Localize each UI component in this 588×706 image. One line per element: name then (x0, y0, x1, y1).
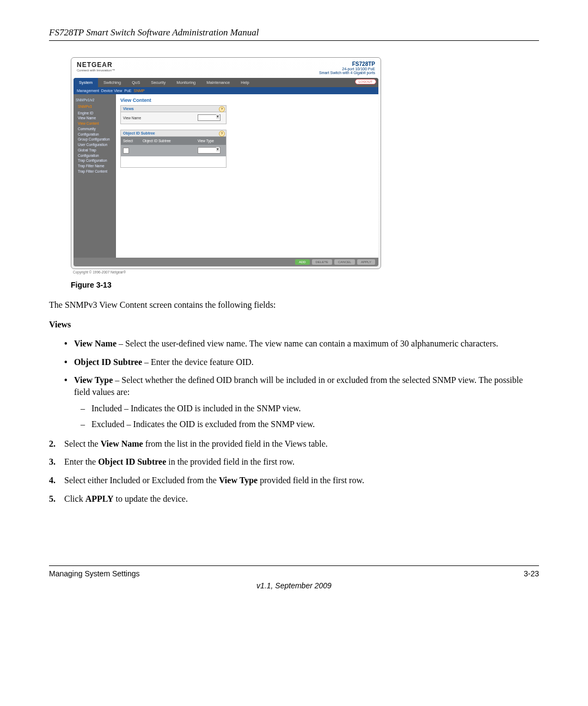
bullet-viewtype-text: – Select whether the defined OID branch … (74, 375, 523, 397)
step3-b: Object ID Subtree (98, 457, 166, 466)
help-icon[interactable]: ? (219, 106, 225, 112)
step3-num: 3. (49, 456, 56, 468)
step5-num: 5. (49, 493, 56, 505)
tab-maintenance[interactable]: Maintenance (201, 78, 235, 87)
main-area: View Content Views ? View Name (116, 94, 378, 258)
panel-views-title: Views (123, 107, 134, 111)
logout-wrap: LOGOUT (353, 78, 378, 87)
step4-num: 4. (49, 474, 56, 486)
primary-tabs: System Switching QoS Security Monitoring… (74, 78, 378, 87)
step5-b: APPLY (85, 494, 114, 503)
tab-switching[interactable]: Switching (98, 78, 126, 87)
panel-views-head: Views ? (120, 105, 226, 112)
bullet-view-type: View Type – Select whether the defined O… (49, 374, 539, 430)
sidebar-community-config[interactable]: Community Configuration (76, 126, 114, 137)
brand-block: NETGEAR Connect with Innovation™ (77, 61, 115, 72)
sidebar-view-name[interactable]: View Name (76, 115, 114, 121)
step3-a: Enter the (64, 457, 98, 466)
sidebar-user-config[interactable]: User Configuration (76, 142, 114, 148)
col-view-type: View Type (198, 139, 224, 143)
bullet-oid-label: Object ID Subtree (74, 357, 142, 367)
sidebar-trap-filter-name[interactable]: Trap Filter Name (76, 163, 114, 169)
header-rule (49, 40, 539, 41)
views-heading: Views (49, 320, 71, 329)
tab-qos[interactable]: QoS (126, 78, 145, 87)
subtab-management[interactable]: Management (77, 89, 99, 93)
sidebar-group-snmpv3[interactable]: SNMPv3 (76, 104, 114, 109)
footer-version: v1.1, September 2009 (49, 581, 539, 590)
step2-b: View Name (101, 439, 143, 448)
step5-a: Click (64, 494, 85, 503)
apply-button[interactable]: APPLY (357, 259, 375, 265)
tab-monitoring[interactable]: Monitoring (171, 78, 201, 87)
subtab-poe[interactable]: PoE (124, 89, 131, 93)
step2-num: 2. (49, 438, 56, 450)
delete-button[interactable]: DELETE (312, 259, 332, 265)
body-text: The SNMPv3 View Content screen contains … (49, 299, 539, 504)
col-select: Select (123, 139, 139, 143)
model-sub1: 24-port 10/100 PoE (319, 67, 375, 71)
step4-b: View Type (219, 476, 258, 485)
logout-button[interactable]: LOGOUT (355, 79, 376, 84)
add-button[interactable]: ADD (295, 259, 310, 265)
view-type-dropdown[interactable] (198, 147, 220, 154)
field-view-name-label: View Name (123, 116, 194, 120)
sidebar-group-config[interactable]: Group Configuration (76, 137, 114, 142)
secondary-tabs: Management Device View PoE SNMP (74, 87, 378, 94)
cancel-button[interactable]: CANCEL (334, 259, 355, 265)
step4-c: provided field in the first row. (258, 476, 364, 485)
dash-excluded: Excluded – Indicates the OID is excluded… (74, 418, 539, 430)
bottom-bar: ADD DELETE CANCEL APPLY (74, 258, 378, 266)
sidebar-trap-config[interactable]: Trap Configuration (76, 158, 114, 163)
select-checkbox[interactable] (123, 148, 129, 154)
step5-c: to update the device. (114, 494, 188, 503)
sidebar-trap-filter-content[interactable]: Trap Filter Content (76, 169, 114, 174)
bullet-view-name-text: – Select the user-defined view name. The… (117, 339, 498, 348)
bullet-viewtype-label: View Type (74, 375, 113, 385)
step-5: 5. Click APPLY to update the device. (49, 493, 539, 505)
bullet-view-name: View Name – Select the user-defined view… (49, 338, 539, 350)
tab-help[interactable]: Help (235, 78, 254, 87)
col-oid-subtree: Object ID Subtree (143, 139, 194, 143)
tab-system[interactable]: System (74, 78, 98, 87)
copyright-text: Copyright © 1996-2007 Netgear® (71, 269, 381, 275)
dash-included: Included – Indicates the OID is included… (74, 403, 539, 415)
step4-a: Select either Included or Excluded from … (64, 476, 219, 485)
sidebar: SNMPv1/v2 SNMPv3 Engine ID View Name Vie… (74, 94, 116, 258)
footer-rule (49, 565, 539, 566)
model-sub2: Smart Switch with 4 Gigabit ports (319, 71, 375, 75)
sidebar-group-snmpv1v2[interactable]: SNMPv1/v2 (76, 98, 114, 103)
figure-label: Figure 3-13 (71, 281, 539, 289)
brand-tagline: Connect with Innovation™ (77, 69, 115, 72)
panel-views: Views ? View Name (120, 105, 226, 124)
sidebar-view-content[interactable]: View Content (76, 121, 114, 126)
view-name-dropdown[interactable] (198, 114, 220, 121)
sidebar-global-trap-config[interactable]: Global Trap Configuration (76, 148, 114, 159)
figure-screenshot: NETGEAR Connect with Innovation™ FS728TP… (71, 57, 381, 275)
brand-name: NETGEAR (77, 61, 115, 69)
step2-c: from the list in the provided field in t… (143, 439, 328, 448)
subtab-deviceview[interactable]: Device View (101, 89, 122, 93)
footer-right: 3-23 (524, 569, 539, 578)
tab-security[interactable]: Security (145, 78, 171, 87)
footer-left: Managing System Settings (49, 569, 140, 578)
help-icon[interactable]: ? (219, 131, 225, 137)
step-2: 2. Select the View Name from the list in… (49, 438, 539, 450)
step2-a: Select the (64, 439, 101, 448)
subtab-snmp[interactable]: SNMP (133, 89, 144, 93)
bullet-oid-subtree: Object ID Subtree – Enter the device fea… (49, 356, 539, 368)
bullet-oid-text: – Enter the device feature OID. (142, 357, 254, 367)
panel-oid-head: Object ID Subtree ? (120, 130, 226, 137)
sidebar-engine-id[interactable]: Engine ID (76, 111, 114, 116)
step3-c: in the provided field in the first row. (166, 457, 295, 466)
model-name: FS728TP (319, 61, 375, 67)
doc-header: FS728TP Smart Switch Software Administra… (49, 27, 539, 38)
panel-oid-title: Object ID Subtree (123, 131, 155, 135)
blank-row (121, 156, 226, 167)
main-title: View Content (120, 98, 374, 103)
footer-row: Managing System Settings 3-23 (49, 569, 539, 578)
step-3: 3. Enter the Object ID Subtree in the pr… (49, 456, 539, 468)
step-4: 4. Select either Included or Excluded fr… (49, 474, 539, 486)
model-block: FS728TP 24-port 10/100 PoE Smart Switch … (319, 61, 375, 75)
bullet-view-name-label: View Name (74, 339, 117, 348)
